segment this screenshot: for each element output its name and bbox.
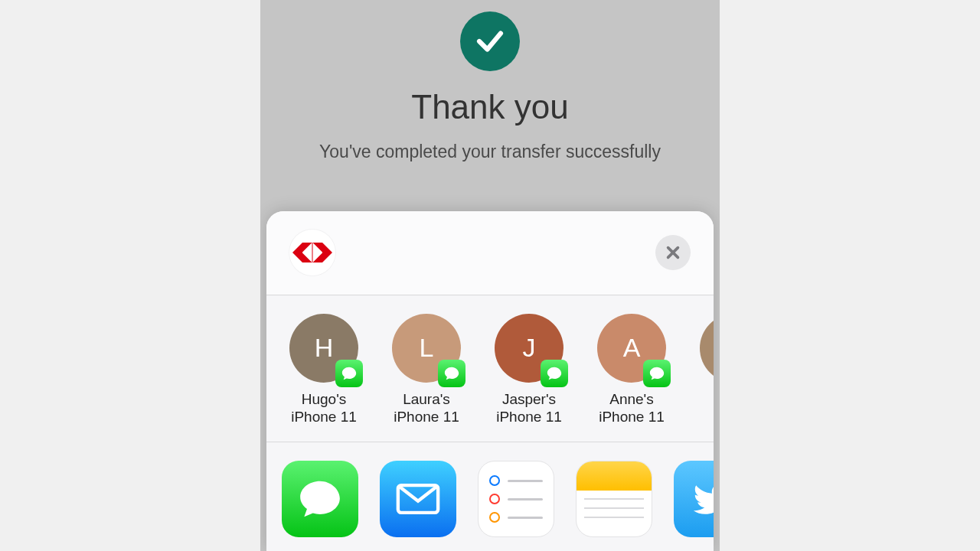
avatar: H xyxy=(289,314,358,383)
page-subtitle: You've completed your transfer successfu… xyxy=(260,142,720,162)
share-sheet: H Hugo's iPhone 11 L Laura's iPhone 11 J xyxy=(266,211,714,552)
contact-name: Laura's iPhone 11 xyxy=(384,390,469,427)
airdrop-contacts-row: H Hugo's iPhone 11 L Laura's iPhone 11 J xyxy=(266,295,714,443)
contact-name: Anne's iPhone 11 xyxy=(590,390,674,427)
messages-badge-icon xyxy=(438,360,466,387)
hsbc-logo-icon xyxy=(293,243,332,262)
confirmation-panel: Thank you You've completed your transfer… xyxy=(260,0,720,162)
contact-name: Jasper's iPhone 11 xyxy=(487,390,571,427)
share-contact[interactable]: N N Mac xyxy=(692,314,714,427)
app-messages[interactable] xyxy=(282,461,358,537)
share-contact[interactable]: A Anne's iPhone 11 xyxy=(590,314,674,427)
share-sheet-header xyxy=(266,211,714,295)
share-contact[interactable]: J Jasper's iPhone 11 xyxy=(487,314,571,427)
messages-badge-icon xyxy=(335,360,363,387)
twitter-icon xyxy=(690,477,714,521)
notes-icon xyxy=(577,461,652,491)
page-title: Thank you xyxy=(260,88,720,126)
share-contact[interactable]: H Hugo's iPhone 11 xyxy=(282,314,366,427)
source-app-icon xyxy=(289,230,335,276)
share-contact[interactable]: L Laura's iPhone 11 xyxy=(384,314,469,427)
contact-name: Hugo's iPhone 11 xyxy=(282,390,366,427)
app-reminders[interactable] xyxy=(478,461,554,537)
phone-viewport: Thank you You've completed your transfer… xyxy=(260,0,720,551)
messages-badge-icon xyxy=(541,360,568,387)
contact-name: N Mac xyxy=(692,390,714,427)
share-apps-row xyxy=(266,442,714,551)
checkmark-icon xyxy=(460,11,520,71)
mail-icon xyxy=(393,474,443,524)
close-icon xyxy=(665,244,681,261)
avatar: N xyxy=(700,314,714,383)
messages-badge-icon xyxy=(643,360,671,387)
app-mail[interactable] xyxy=(380,461,456,537)
avatar-image: N xyxy=(700,314,714,383)
avatar: J xyxy=(495,314,564,383)
avatar: A xyxy=(597,314,666,383)
app-twitter[interactable] xyxy=(674,461,714,537)
avatar: L xyxy=(392,314,461,383)
messages-icon xyxy=(296,475,344,523)
close-button[interactable] xyxy=(655,235,691,270)
reminders-icon xyxy=(489,475,543,486)
app-notes[interactable] xyxy=(576,461,652,537)
